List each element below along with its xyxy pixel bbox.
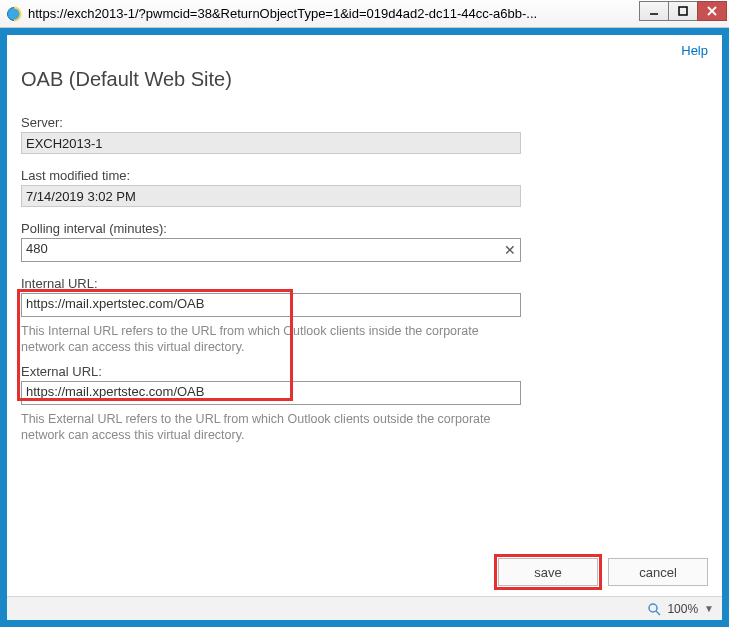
page-title: OAB (Default Web Site) — [21, 68, 708, 91]
header-row: Help — [7, 35, 722, 58]
polling-interval-input[interactable]: 480 ✕ — [21, 238, 521, 262]
external-url-value: https://mail.xpertstec.com/OAB — [26, 384, 204, 399]
button-bar: save cancel — [7, 550, 722, 596]
zoom-icon[interactable] — [647, 602, 661, 616]
clear-icon[interactable]: ✕ — [504, 243, 516, 257]
internal-url-value: https://mail.xpertstec.com/OAB — [26, 296, 204, 311]
svg-rect-2 — [679, 7, 687, 15]
ie-favicon — [6, 6, 22, 22]
save-button[interactable]: save — [498, 558, 598, 586]
help-link[interactable]: Help — [681, 43, 708, 58]
window-controls — [640, 4, 729, 24]
external-url-input[interactable]: https://mail.xpertstec.com/OAB — [21, 381, 521, 405]
zoom-dropdown-icon[interactable]: ▼ — [704, 603, 714, 614]
window-maximize-button[interactable] — [668, 1, 698, 21]
svg-line-6 — [656, 611, 660, 615]
internal-url-help: This Internal URL refers to the URL from… — [21, 323, 521, 356]
last-modified-label: Last modified time: — [21, 168, 708, 183]
external-url-label: External URL: — [21, 364, 708, 379]
last-modified-value: 7/14/2019 3:02 PM — [21, 185, 521, 207]
external-url-help: This External URL refers to the URL from… — [21, 411, 521, 444]
status-bar: 100% ▼ — [7, 596, 722, 620]
url-section: https://mail.xpertstec.com/OAB This Inte… — [21, 293, 708, 405]
client-area: Help OAB (Default Web Site) Server: EXCH… — [0, 28, 729, 627]
polling-interval-label: Polling interval (minutes): — [21, 221, 708, 236]
window-minimize-button[interactable] — [639, 1, 669, 21]
server-value: EXCH2013-1 — [21, 132, 521, 154]
window-close-button[interactable] — [697, 1, 727, 21]
window-titlebar: https://exch2013-1/?pwmcid=38&ReturnObje… — [0, 0, 729, 28]
address-url: https://exch2013-1/?pwmcid=38&ReturnObje… — [28, 6, 640, 21]
polling-interval-value: 480 — [26, 241, 48, 256]
internal-url-label: Internal URL: — [21, 276, 708, 291]
server-label: Server: — [21, 115, 708, 130]
svg-point-5 — [649, 604, 657, 612]
zoom-value: 100% — [667, 602, 698, 616]
internal-url-input[interactable]: https://mail.xpertstec.com/OAB — [21, 293, 521, 317]
content-area: OAB (Default Web Site) Server: EXCH2013-… — [7, 58, 722, 550]
cancel-button[interactable]: cancel — [608, 558, 708, 586]
